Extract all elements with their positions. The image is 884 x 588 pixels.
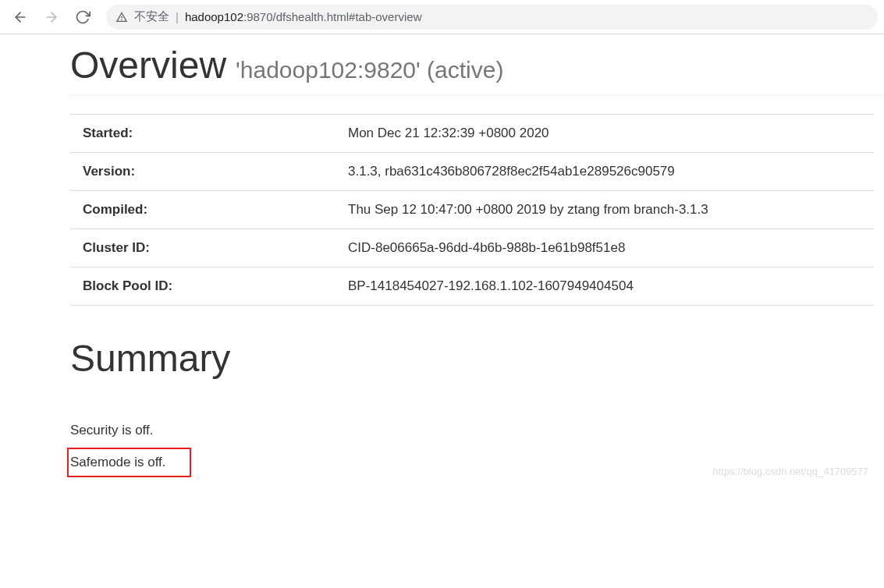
reload-icon bbox=[75, 9, 91, 25]
row-label: Cluster ID: bbox=[70, 229, 335, 267]
overview-heading: Overview 'hadoop102:9820' (active) bbox=[70, 44, 884, 95]
row-label: Version: bbox=[70, 153, 335, 191]
table-row: Cluster ID: CID-8e06665a-96dd-4b6b-988b-… bbox=[70, 229, 874, 267]
url-path: :9870/dfshealth.html#tab-overview bbox=[243, 10, 421, 23]
arrow-left-icon bbox=[12, 9, 28, 25]
row-value: 3.1.3, rba631c436b806728f8ec2f54ab1e2895… bbox=[335, 153, 874, 191]
url-host: hadoop102 bbox=[185, 10, 243, 23]
safemode-status: Safemode is off. bbox=[67, 448, 191, 478]
address-bar[interactable]: 不安全 | hadoop102:9870/dfshealth.html#tab-… bbox=[106, 5, 878, 30]
arrow-right-icon bbox=[44, 9, 59, 25]
forward-button[interactable] bbox=[37, 3, 66, 31]
row-value: Thu Sep 12 10:47:00 +0800 2019 by ztang … bbox=[335, 191, 874, 229]
table-row: Started: Mon Dec 21 12:32:39 +0800 2020 bbox=[70, 115, 874, 153]
url-text: hadoop102:9870/dfshealth.html#tab-overvi… bbox=[185, 10, 422, 23]
overview-title-sub: 'hadoop102:9820' (active) bbox=[236, 57, 503, 83]
not-secure-label: 不安全 bbox=[134, 9, 169, 24]
table-row: Compiled: Thu Sep 12 10:47:00 +0800 2019… bbox=[70, 191, 874, 229]
table-row: Version: 3.1.3, rba631c436b806728f8ec2f5… bbox=[70, 153, 874, 191]
back-button[interactable] bbox=[6, 3, 34, 31]
summary-heading: Summary bbox=[70, 337, 884, 388]
watermark-text: https://blog.csdn.net/qq_41709577 bbox=[713, 466, 869, 477]
not-secure-icon bbox=[115, 11, 128, 23]
reload-button[interactable] bbox=[69, 3, 97, 31]
row-value: BP-1418454027-192.168.1.102-160794940450… bbox=[335, 267, 874, 306]
row-value: Mon Dec 21 12:32:39 +0800 2020 bbox=[335, 115, 874, 153]
row-label: Block Pool ID: bbox=[70, 267, 335, 306]
row-label: Compiled: bbox=[70, 191, 335, 229]
row-label: Started: bbox=[70, 115, 335, 153]
row-value: CID-8e06665a-96dd-4b6b-988b-1e61b98f51e8 bbox=[335, 229, 874, 267]
page-content: Overview 'hadoop102:9820' (active) Start… bbox=[0, 34, 884, 482]
table-row: Block Pool ID: BP-1418454027-192.168.1.1… bbox=[70, 267, 874, 306]
overview-title-main: Overview bbox=[70, 44, 226, 87]
overview-info-table: Started: Mon Dec 21 12:32:39 +0800 2020 … bbox=[70, 114, 874, 306]
address-divider: | bbox=[176, 10, 179, 23]
browser-toolbar: 不安全 | hadoop102:9870/dfshealth.html#tab-… bbox=[0, 0, 884, 34]
security-status: Security is off. bbox=[70, 419, 884, 443]
